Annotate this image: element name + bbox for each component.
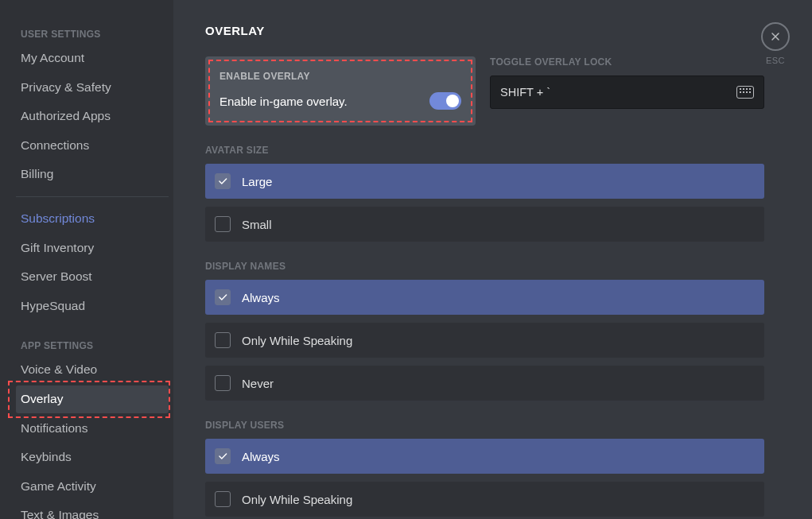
option-label: Large xyxy=(242,175,272,188)
enable-overlay-header: ENABLE OVERLAY xyxy=(220,71,461,82)
close-esc-label: ESC xyxy=(761,56,790,65)
sidebar-header-app: APP SETTINGS xyxy=(16,335,169,356)
keyboard-icon xyxy=(736,86,754,99)
checkbox-icon xyxy=(215,332,231,348)
close-icon xyxy=(769,30,782,43)
checkbox-icon xyxy=(215,289,231,305)
avatar-size-header: AVATAR SIZE xyxy=(205,145,764,156)
display-names-option-always[interactable]: Always xyxy=(205,280,764,315)
sidebar-item-privacy[interactable]: Privacy & Safety xyxy=(16,74,169,102)
checkbox-icon xyxy=(215,173,231,189)
option-label: Always xyxy=(242,291,280,304)
sidebar-item-game-activity[interactable]: Game Activity xyxy=(16,473,169,501)
sidebar-item-connections[interactable]: Connections xyxy=(16,132,169,160)
close-container: ESC xyxy=(761,22,790,65)
display-names-option-never[interactable]: Never xyxy=(205,366,764,401)
sidebar: USER SETTINGS My Account Privacy & Safet… xyxy=(0,0,173,519)
display-users-option-only-while-speaking[interactable]: Only While Speaking xyxy=(205,482,764,517)
annotation-highlight xyxy=(208,60,472,122)
checkbox-icon xyxy=(215,216,231,232)
avatar-size-option-small[interactable]: Small xyxy=(205,207,764,242)
keybind-value: SHIFT + ` xyxy=(500,86,550,99)
display-names-option-only-while-speaking[interactable]: Only While Speaking xyxy=(205,323,764,358)
page-title: OVERLAY xyxy=(205,24,764,37)
sidebar-item-authorized-apps[interactable]: Authorized Apps xyxy=(16,103,169,130)
keybind-input[interactable]: SHIFT + ` xyxy=(490,76,764,109)
sidebar-item-keybinds[interactable]: Keybinds xyxy=(16,443,169,471)
sidebar-item-my-account[interactable]: My Account xyxy=(16,45,169,72)
close-button[interactable] xyxy=(761,22,790,51)
option-label: Always xyxy=(242,450,280,463)
sidebar-item-hypesquad[interactable]: HypeSquad xyxy=(16,292,169,320)
option-label: Never xyxy=(242,377,274,390)
enable-overlay-label: Enable in-game overlay. xyxy=(220,95,461,108)
sidebar-item-billing[interactable]: Billing xyxy=(16,161,169,188)
checkbox-icon xyxy=(215,448,231,464)
checkbox-icon xyxy=(215,491,231,507)
option-label: Only While Speaking xyxy=(242,493,352,506)
enable-overlay-card: ENABLE OVERLAY Enable in-game overlay. xyxy=(205,56,476,126)
display-names-header: DISPLAY NAMES xyxy=(205,261,764,272)
sidebar-item-gift-inventory[interactable]: Gift Inventory xyxy=(16,234,169,262)
sidebar-item-subscriptions[interactable]: Subscriptions xyxy=(16,205,169,233)
sidebar-item-text-images[interactable]: Text & Images xyxy=(16,502,169,519)
checkbox-icon xyxy=(215,375,231,391)
main-content: OVERLAY ENABLE OVERLAY Enable in-game ov… xyxy=(173,0,812,519)
sidebar-divider xyxy=(16,196,169,197)
sidebar-item-server-boost[interactable]: Server Boost xyxy=(16,263,169,291)
toggle-lock-label: TOGGLE OVERLAY LOCK xyxy=(490,56,764,68)
sidebar-header-user: USER SETTINGS xyxy=(16,24,169,45)
avatar-size-option-large[interactable]: Large xyxy=(205,164,764,199)
option-label: Small xyxy=(242,218,272,231)
sidebar-item-notifications[interactable]: Notifications xyxy=(16,415,169,443)
option-label: Only While Speaking xyxy=(242,334,352,347)
display-users-header: DISPLAY USERS xyxy=(205,420,764,431)
display-users-option-always[interactable]: Always xyxy=(205,439,764,474)
sidebar-item-voice-video[interactable]: Voice & Video xyxy=(16,356,169,384)
enable-overlay-toggle[interactable] xyxy=(429,92,461,110)
sidebar-item-overlay[interactable]: Overlay xyxy=(16,385,169,413)
